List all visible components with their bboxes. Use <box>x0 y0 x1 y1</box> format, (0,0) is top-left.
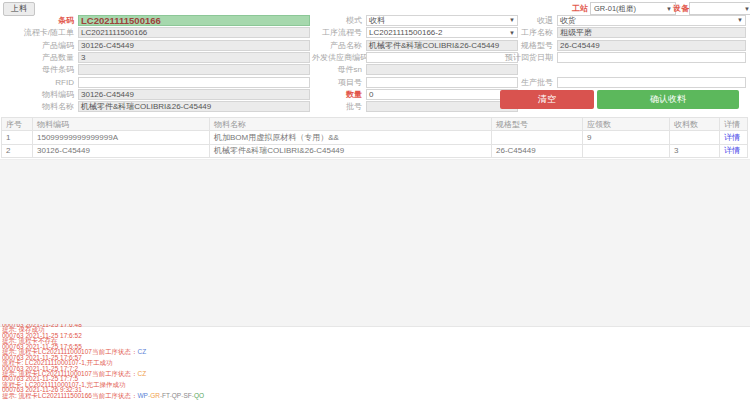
station-select-value: GR-01(粗磨) <box>594 4 636 14</box>
col-detail: 详情 <box>720 118 748 131</box>
table-header-row: 序号 物料编码 物料名称 规格型号 应领数 收料数 详情 <box>2 118 748 131</box>
form-column-left: 条码 LC2021111500166 流程卡/随工单 LC20211115001… <box>0 15 310 114</box>
col-material-code: 物料编码 <box>33 118 210 131</box>
col-received-qty: 收料数 <box>670 118 720 131</box>
barcode-label: 条码 <box>0 15 78 26</box>
expected-return-date-input[interactable] <box>557 52 746 63</box>
material-code-label: 物料编码 <box>0 89 78 100</box>
receive-return-value: 收货 <box>560 16 576 25</box>
log-line: 提示: 流程卡LC2021111500166当前工序状态：WP-GR-FT-QP… <box>2 393 748 398</box>
lot-no-label: 批号 <box>312 101 366 112</box>
material-name-input[interactable]: 机械零件&科瑞COLIBRI&26-C45449 <box>78 101 310 112</box>
process-name-label: 工序名称 <box>468 27 557 38</box>
quantity-label: 数量 <box>312 89 366 100</box>
receive-return-label: 收退 <box>468 15 557 26</box>
cell-received: 3 <box>670 144 720 158</box>
expected-return-date-label: 预计回货日期 <box>468 52 557 63</box>
spec-model-input[interactable]: 26-C45449 <box>557 40 746 51</box>
col-seq: 序号 <box>2 118 33 131</box>
cell-claim <box>583 144 670 158</box>
cell-received <box>670 131 720 145</box>
station-select[interactable]: GR-01(粗磨) ▼ <box>590 2 676 15</box>
flowcard-input[interactable]: LC2021111500166 <box>78 27 310 38</box>
mode-select-value: 收料 <box>369 16 385 25</box>
product-code-input[interactable]: 30126-C45449 <box>78 40 310 51</box>
production-lot-input[interactable] <box>557 77 746 88</box>
quantity-input[interactable]: 0 <box>366 89 518 100</box>
device-select[interactable]: ▼ <box>689 2 750 15</box>
product-name-label: 产品名称 <box>312 40 366 51</box>
log-area: 000763 2021-11-25 17:6:48提示: 保存成功000763 … <box>2 324 748 401</box>
lot-no-input[interactable] <box>366 101 518 112</box>
rfid-label: RFID <box>0 78 78 87</box>
table-row: 1 15099999999999999A 机加BOM用虚拟原材料（专用）&& 9… <box>2 131 748 145</box>
cell-claim: 9 <box>583 131 670 145</box>
cell-material-code: 15099999999999999A <box>33 131 210 145</box>
production-lot-label: 生产批号 <box>468 77 557 88</box>
process-flow-no-value: LC2021111500166-2 <box>369 28 442 37</box>
clear-button[interactable]: 清空 <box>500 90 594 109</box>
receive-return-select[interactable]: 收货▼ <box>557 15 746 26</box>
col-claim-qty: 应领数 <box>583 118 670 131</box>
project-no-label: 项目号 <box>312 77 366 88</box>
supplier-code-label: 外发供应商编码 <box>312 52 366 63</box>
detail-link[interactable]: 详情 <box>724 133 740 142</box>
product-qty-input[interactable]: 3 <box>78 52 310 63</box>
cell-seq: 2 <box>2 144 33 158</box>
barcode-input[interactable]: LC2021111500166 <box>78 15 310 26</box>
cell-spec: 26-C45449 <box>492 144 583 158</box>
chevron-down-icon: ▼ <box>744 6 750 12</box>
product-qty-label: 产品数量 <box>0 52 78 63</box>
chevron-down-icon: ▼ <box>666 6 672 12</box>
process-flow-no-label: 工序流程号 <box>312 27 366 38</box>
product-code-label: 产品编码 <box>0 40 78 51</box>
form-column-right: 收退 收货▼ 工序名称 粗级平磨 规格型号 26-C45449 预计回货日期 生… <box>468 15 746 89</box>
chevron-down-icon: ▼ <box>737 17 743 23</box>
cell-material-name: 机加BOM用虚拟原材料（专用）&& <box>210 131 492 145</box>
material-name-label: 物料名称 <box>0 101 78 112</box>
cell-material-code: 30126-C45449 <box>33 144 210 158</box>
col-material-name: 物料名称 <box>210 118 492 131</box>
mode-label: 模式 <box>312 15 366 26</box>
parent-barcode-input[interactable] <box>78 64 310 75</box>
flowcard-label: 流程卡/随工单 <box>0 27 78 38</box>
cell-detail: 详情 <box>720 144 748 158</box>
col-spec-model: 规格型号 <box>492 118 583 131</box>
parent-barcode-label: 母件条码 <box>0 64 78 75</box>
parent-sn-label: 母件sn <box>312 64 366 75</box>
detail-link[interactable]: 详情 <box>724 146 740 155</box>
materials-table: 序号 物料编码 物料名称 规格型号 应领数 收料数 详情 1 150999999… <box>1 117 748 158</box>
empty-content-panel <box>0 159 750 327</box>
material-code-input[interactable]: 30126-C45449 <box>78 89 310 100</box>
cell-detail: 详情 <box>720 131 748 145</box>
confirm-receive-button[interactable]: 确认收料 <box>597 90 739 109</box>
table-row: 2 30126-C45449 机械零件&科瑞COLIBRI&26-C45449 … <box>2 144 748 158</box>
process-name-input[interactable]: 粗级平磨 <box>557 27 746 38</box>
spec-model-label: 规格型号 <box>468 40 557 51</box>
rfid-input[interactable] <box>78 77 310 88</box>
cell-spec <box>492 131 583 145</box>
device-label: 设备 <box>673 3 689 14</box>
upload-material-screen: 上料 工站 GR-01(粗磨) ▼ 设备 ▼ 条码 LC202111150016… <box>0 0 750 401</box>
cell-material-name: 机械零件&科瑞COLIBRI&26-C45449 <box>210 144 492 158</box>
cell-seq: 1 <box>2 131 33 145</box>
station-label: 工站 <box>572 3 588 14</box>
